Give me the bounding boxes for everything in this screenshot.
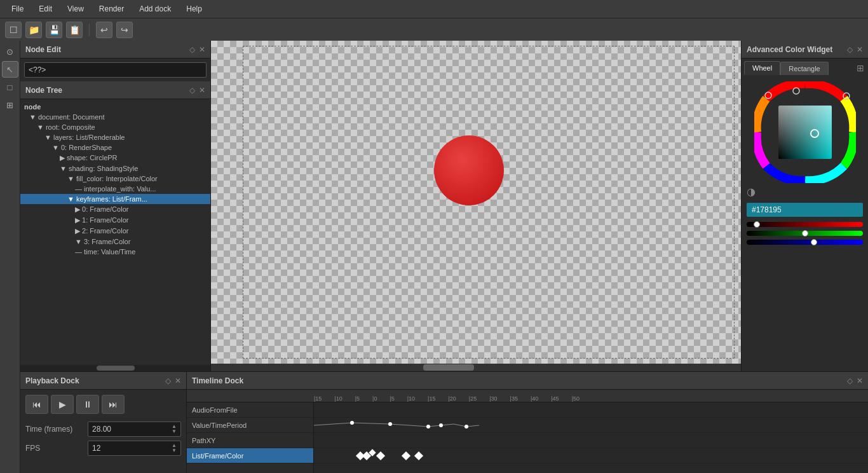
- ruler-mark: |0: [372, 395, 377, 402]
- list-item[interactable]: ▼ fill_color: Interpolate/Color: [20, 174, 210, 184]
- ruler-marks: |15 |10 |5 |0 |5 |10 |15 |20 |25 |30 |35…: [314, 390, 580, 402]
- new-button[interactable]: ☐: [5, 22, 22, 38]
- fps-input-container[interactable]: 12 ▲ ▼: [88, 441, 181, 456]
- node-edit-content: [20, 58, 210, 81]
- tool-rect[interactable]: □: [2, 79, 18, 95]
- save-button[interactable]: 💾: [46, 22, 62, 38]
- svg-rect-1: [778, 106, 832, 159]
- timeline-track: [314, 433, 868, 448]
- list-item[interactable]: — time: Value/Time: [20, 247, 210, 257]
- play-to-end-button[interactable]: ⏸: [76, 395, 99, 414]
- node-edit-input[interactable]: [24, 62, 207, 78]
- fps-down[interactable]: ▼: [172, 448, 177, 453]
- time-spinner[interactable]: ▲ ▼: [172, 424, 177, 434]
- list-item[interactable]: List/Frame/Color: [187, 448, 313, 463]
- node-tree-pin[interactable]: ◇: [189, 86, 195, 95]
- menu-item-add-dock[interactable]: Add dock: [133, 3, 177, 15]
- color-widget: Advanced Color Widget ◇ ✕ Wheel Rectangl…: [741, 41, 868, 371]
- red-slider-thumb[interactable]: [754, 221, 760, 228]
- ruler-mark: |10: [334, 395, 342, 402]
- keyframe-diamond[interactable]: [376, 451, 385, 460]
- list-item[interactable]: ▶ 1: Frame/Color: [20, 215, 210, 226]
- fps-value: 12: [92, 444, 100, 453]
- keyframe-point[interactable]: [350, 421, 354, 425]
- node-tree-content[interactable]: node ▼ document: Document ▼ root: Compos…: [20, 99, 210, 365]
- canvas-scrollbar-horizontal[interactable]: [211, 364, 741, 371]
- redo-button[interactable]: ↪: [116, 22, 133, 38]
- node-edit-controls: ◇ ✕: [189, 45, 205, 54]
- list-item[interactable]: ▼ keyframes: List/Fram...: [20, 194, 210, 204]
- fps-spinner[interactable]: ▲ ▼: [172, 443, 177, 453]
- green-slider[interactable]: [747, 231, 863, 236]
- color-widget-close[interactable]: ✕: [857, 45, 863, 54]
- save-as-button[interactable]: 📋: [66, 22, 83, 38]
- play-button[interactable]: ▶: [51, 395, 74, 414]
- blue-slider-thumb[interactable]: [811, 239, 817, 245]
- menu-item-view[interactable]: View: [61, 3, 90, 15]
- list-item[interactable]: AudioFromFile: [187, 402, 313, 418]
- tab-rectangle[interactable]: Rectangle: [780, 62, 829, 75]
- list-item[interactable]: ▼ root: Composite: [20, 122, 210, 132]
- time-field-row: Time (frames) 28.00 ▲ ▼: [25, 422, 181, 437]
- keyframe-diamond[interactable]: [402, 451, 410, 460]
- playback-pin[interactable]: ◇: [165, 376, 171, 385]
- time-down[interactable]: ▼: [172, 429, 177, 434]
- menu-item-edit[interactable]: Edit: [32, 3, 58, 15]
- list-item[interactable]: — interpolate_with: Valu...: [20, 184, 210, 194]
- menu-item-help[interactable]: Help: [180, 3, 208, 15]
- tab-wheel[interactable]: Wheel: [744, 61, 780, 75]
- node-tree-close[interactable]: ✕: [199, 86, 205, 95]
- node-tree-section: Node Tree ◇ ✕ node ▼ document: Document …: [20, 81, 210, 371]
- list-item[interactable]: ▶ 0: Frame/Color: [20, 204, 210, 215]
- open-button[interactable]: 📁: [25, 22, 42, 38]
- red-slider[interactable]: [747, 222, 863, 227]
- ruler-mark: |25: [469, 395, 477, 402]
- list-item[interactable]: ▼ layers: List/Renderable: [20, 132, 210, 142]
- color-hex-input[interactable]: [747, 203, 863, 217]
- playback-close[interactable]: ✕: [175, 376, 181, 385]
- timeline-close[interactable]: ✕: [857, 376, 863, 385]
- list-item[interactable]: PathXY: [187, 433, 313, 448]
- canvas-scrollbar-thumb-h[interactable]: [423, 364, 474, 371]
- list-item[interactable]: ▶ shape: CirclePR: [20, 153, 210, 163]
- color-wheel-indicator-2[interactable]: [793, 88, 799, 94]
- color-wheel-svg[interactable]: [754, 81, 856, 183]
- playback-buttons: ⏮ ▶ ⏸ ⏭: [20, 390, 186, 419]
- menu-item-file[interactable]: File: [5, 3, 30, 15]
- node-edit-close[interactable]: ✕: [199, 45, 205, 54]
- color-extra-btn[interactable]: ⊞: [857, 63, 864, 73]
- play-to-start-button[interactable]: ⏮: [25, 395, 48, 414]
- keyframe-point[interactable]: [439, 423, 443, 427]
- timeline-pin[interactable]: ◇: [847, 376, 853, 385]
- fps-label: FPS: [25, 444, 83, 453]
- ruler-mark: |15: [314, 395, 322, 402]
- stop-button[interactable]: ⏭: [102, 395, 125, 414]
- canvas-area[interactable]: [211, 41, 741, 371]
- tool-arrow[interactable]: ↖: [2, 61, 18, 78]
- node-edit-pin[interactable]: ◇: [189, 45, 195, 54]
- timeline-tracks[interactable]: [314, 402, 868, 473]
- color-widget-pin[interactable]: ◇: [847, 45, 853, 54]
- tree-scrollbar[interactable]: [20, 365, 210, 371]
- color-wheel-container[interactable]: [742, 75, 868, 186]
- tree-scrollbar-thumb[interactable]: [97, 366, 135, 371]
- color-sliders: [742, 219, 868, 247]
- blue-slider[interactable]: [747, 240, 863, 245]
- keyframe-diamond[interactable]: [414, 451, 423, 460]
- list-item[interactable]: ▼ shading: ShadingStyle: [20, 163, 210, 174]
- timeline-track: [314, 402, 868, 418]
- keyframe-point[interactable]: [426, 425, 430, 428]
- keyframe-point[interactable]: [465, 425, 468, 428]
- time-input-container[interactable]: 28.00 ▲ ▼: [88, 422, 181, 437]
- list-item[interactable]: ▶ 2: Frame/Color: [20, 226, 210, 236]
- undo-button[interactable]: ↩: [96, 22, 112, 38]
- green-slider-thumb[interactable]: [802, 230, 808, 236]
- keyframe-point[interactable]: [388, 422, 392, 426]
- menu-item-render[interactable]: Render: [93, 3, 130, 15]
- list-item[interactable]: ▼ document: Document: [20, 112, 210, 122]
- list-item[interactable]: ▼ 3: Frame/Color: [20, 236, 210, 247]
- list-item[interactable]: ▼ 0: RenderShape: [20, 142, 210, 153]
- list-item[interactable]: Value/TimePeriod: [187, 418, 313, 433]
- tool-select[interactable]: ⊙: [2, 43, 18, 60]
- tool-transform[interactable]: ⊞: [2, 97, 18, 113]
